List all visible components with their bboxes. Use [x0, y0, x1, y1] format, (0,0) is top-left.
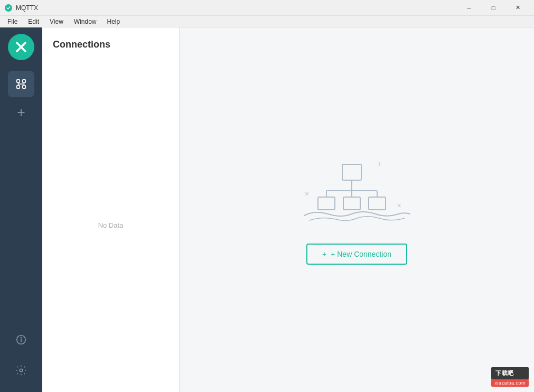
menu-window[interactable]: Window [69, 17, 102, 26]
close-button[interactable]: ✕ [505, 0, 530, 16]
sidebar-item-info[interactable] [8, 326, 34, 353]
svg-point-15 [20, 369, 23, 372]
watermark-text: 下载吧 [491, 367, 529, 379]
svg-rect-3 [17, 86, 20, 89]
svg-text:✕: ✕ [304, 190, 310, 198]
svg-text:✕: ✕ [397, 202, 401, 209]
connections-empty-text: No Data [42, 59, 179, 392]
title-bar-left: MQTTX [4, 4, 38, 12]
settings-icon [15, 365, 27, 376]
title-bar: MQTTX ─ □ ✕ [0, 0, 534, 16]
menu-file[interactable]: File [2, 17, 23, 26]
watermark: 下载吧 xiazaiba.com [491, 367, 529, 387]
logo-icon [14, 40, 29, 54]
connections-icon [15, 78, 27, 90]
new-connection-plus-icon: + [322, 250, 326, 258]
sidebar-bottom [8, 326, 34, 386]
new-connection-label: + New Connection [331, 250, 391, 258]
sidebar-logo[interactable] [8, 34, 34, 60]
menu-help[interactable]: Help [102, 17, 126, 26]
network-illustration: + ✕ ✕ [299, 155, 415, 229]
sidebar [0, 27, 42, 392]
app-title: MQTTX [16, 4, 38, 12]
add-icon [15, 107, 27, 118]
app-container: Connections No Data + ✕ ✕ [0, 27, 534, 392]
svg-text:+: + [377, 160, 381, 168]
maximize-button[interactable]: □ [481, 0, 505, 16]
svg-rect-2 [23, 80, 26, 83]
sidebar-item-settings[interactable] [8, 357, 34, 384]
svg-rect-25 [318, 197, 335, 210]
menu-edit[interactable]: Edit [23, 17, 44, 26]
svg-rect-19 [342, 164, 361, 180]
info-icon [15, 334, 27, 346]
main-content: + ✕ ✕ [180, 27, 534, 392]
watermark-url: xiazaiba.com [491, 379, 529, 387]
menu-view[interactable]: View [44, 17, 69, 26]
empty-state: + ✕ ✕ [299, 155, 415, 265]
connections-panel: Connections No Data [42, 27, 180, 392]
svg-rect-1 [17, 80, 20, 83]
sidebar-item-add[interactable] [8, 99, 34, 126]
svg-rect-26 [343, 197, 360, 210]
network-svg: + ✕ ✕ [299, 155, 415, 229]
title-bar-controls: ─ □ ✕ [457, 0, 530, 16]
app-icon [4, 4, 13, 12]
new-connection-button[interactable]: + + New Connection [306, 244, 407, 265]
svg-rect-27 [369, 197, 386, 210]
minimize-button[interactable]: ─ [457, 0, 481, 16]
svg-point-14 [21, 338, 22, 338]
connections-title: Connections [42, 27, 179, 59]
sidebar-item-connections[interactable] [8, 71, 34, 97]
menu-bar: File Edit View Window Help [0, 16, 534, 27]
svg-rect-4 [23, 86, 26, 89]
